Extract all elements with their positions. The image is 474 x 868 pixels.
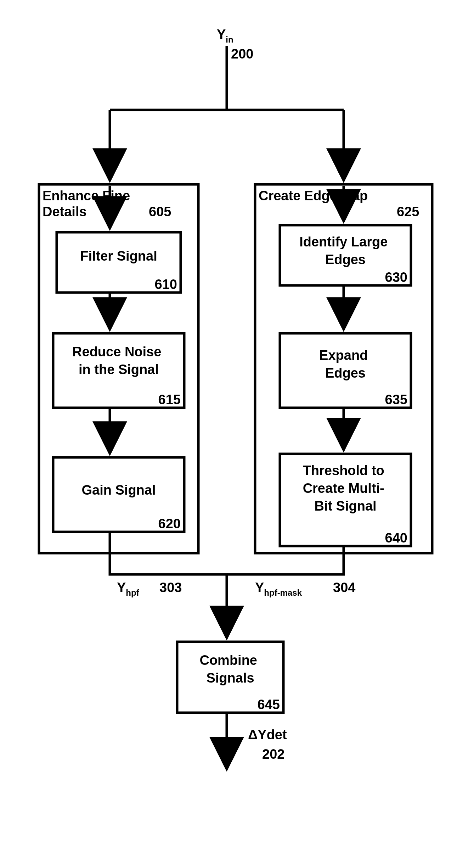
label-640: Threshold to Create Multi- Bit Signal [303,463,388,513]
ref-635: 635 [385,392,407,407]
yhpfmask-label: Yhpf-mask [255,580,302,597]
label-635: Expand Edges [319,348,372,380]
ref-620: 620 [158,516,181,531]
label-645: Combine Signals [199,653,261,685]
group-625-title: Create Edge Map [259,188,368,203]
yhpf-ref: 303 [159,580,182,595]
output-label: ΔYdet [248,727,287,742]
ref-615: 615 [158,392,181,407]
ref-630: 630 [385,270,407,285]
yhpf-label: Yhpf [117,580,140,597]
yhpfmask-ref: 304 [333,580,355,595]
label-620: Gain Signal [81,483,156,497]
input-label: Yin [217,27,233,44]
ref-610: 610 [155,277,177,292]
group-605-title: Enhance Fine Details [43,188,134,219]
group-625-ref: 625 [397,204,419,219]
label-615: Reduce Noise in the Signal [72,344,165,377]
flow-diagram: Yin 200 Enhance Fine Details 605 Filter … [0,0,474,868]
group-605-ref: 605 [149,204,171,219]
input-ref: 200 [231,46,253,61]
ref-640: 640 [385,530,407,545]
label-610: Filter Signal [80,249,157,263]
label-630: Identify Large Edges [299,234,391,267]
ref-645: 645 [258,697,280,712]
output-ref: 202 [262,747,284,762]
